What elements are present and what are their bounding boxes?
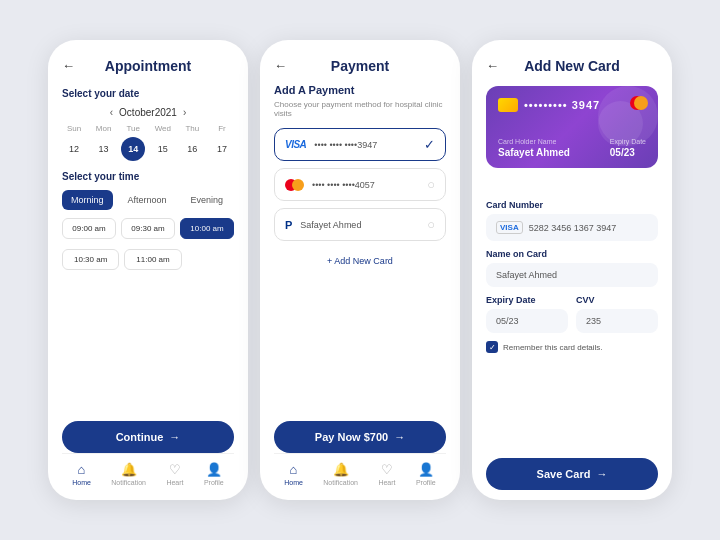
heart-icon-1: ♡ xyxy=(169,462,181,477)
slot-1030[interactable]: 10:30 am xyxy=(62,249,119,270)
date-17[interactable]: 17 xyxy=(210,137,234,161)
nav-home-label-1: Home xyxy=(72,479,91,486)
remember-checkbox[interactable]: ✓ xyxy=(486,341,498,353)
expiry-date-label: Expiry Date xyxy=(486,295,568,305)
cvv-label: CVV xyxy=(576,295,658,305)
next-month-button[interactable]: › xyxy=(183,107,186,118)
visa-small-icon: VISA xyxy=(496,221,523,234)
expiry-date-input: 05/23 xyxy=(496,316,519,326)
notification-icon-2: 🔔 xyxy=(333,462,349,477)
evening-tab[interactable]: Evening xyxy=(182,190,233,210)
nav-notification-label-2: Notification xyxy=(323,479,358,486)
nav-notification-1[interactable]: 🔔 Notification xyxy=(111,462,146,486)
morning-tab[interactable]: Morning xyxy=(62,190,113,210)
back-button-2[interactable]: ← xyxy=(274,58,287,73)
back-button-1[interactable]: ← xyxy=(62,58,75,73)
date-14-selected[interactable]: 14 xyxy=(121,137,145,161)
paypal-icon: P xyxy=(285,219,292,231)
save-arrow-icon: → xyxy=(596,468,607,480)
expiry-date-field[interactable]: 05/23 xyxy=(486,309,568,333)
date-15[interactable]: 15 xyxy=(151,137,175,161)
mc-card-number: •••• •••• ••••4057 xyxy=(312,180,419,190)
add-new-card-button[interactable]: + Add New Card xyxy=(274,252,446,270)
card-mastercard-icon xyxy=(630,96,648,110)
day-thu: Thu xyxy=(180,124,204,133)
card-number-label: Card Number xyxy=(486,200,658,210)
save-card-button[interactable]: Save Card → xyxy=(486,458,658,490)
card-number-field[interactable]: VISA 5282 3456 1367 3947 xyxy=(486,214,658,241)
name-on-card-label: Name on Card xyxy=(486,249,658,259)
cvv-field[interactable]: 235 xyxy=(576,309,658,333)
pay-now-button[interactable]: Pay Now $700 → xyxy=(274,421,446,453)
day-fri: Fr xyxy=(210,124,234,133)
mc-check-icon: ○ xyxy=(427,177,435,192)
nav-profile-label-1: Profile xyxy=(204,479,224,486)
select-time-label: Select your time xyxy=(62,171,234,182)
bottom-nav-1: ⌂ Home 🔔 Notification ♡ Heart 👤 Profile xyxy=(62,453,234,490)
nav-notification-label-1: Notification xyxy=(111,479,146,486)
nav-home-1[interactable]: ⌂ Home xyxy=(72,462,91,486)
add-card-screen: ← Add New Card ••••••••• 3947 Card Holde… xyxy=(472,40,672,500)
profile-icon-2: 👤 xyxy=(418,462,434,477)
remember-label: Remember this card details. xyxy=(503,343,603,352)
slot-0930[interactable]: 09:30 am xyxy=(121,218,175,239)
paypal-name: Safayet Ahmed xyxy=(300,220,419,230)
nav-profile-1[interactable]: 👤 Profile xyxy=(204,462,224,486)
continue-button[interactable]: Continue → xyxy=(62,421,234,453)
nav-home-2[interactable]: ⌂ Home xyxy=(284,462,303,486)
payment-visa-option[interactable]: VISA •••• •••• ••••3947 ✓ xyxy=(274,128,446,161)
notification-icon-1: 🔔 xyxy=(121,462,137,477)
nav-heart-2[interactable]: ♡ Heart xyxy=(378,462,395,486)
nav-home-label-2: Home xyxy=(284,479,303,486)
payment-paypal-option[interactable]: P Safayet Ahmed ○ xyxy=(274,208,446,241)
day-wed: Wed xyxy=(151,124,175,133)
home-icon-2: ⌂ xyxy=(290,462,298,477)
slot-1100[interactable]: 11:00 am xyxy=(124,249,181,270)
name-on-card-input: Safayet Ahmed xyxy=(496,270,557,280)
card-expiry-value-visual: 05/23 xyxy=(610,147,646,158)
appointment-title: Appointment xyxy=(62,58,234,74)
card-dot-1 xyxy=(560,184,566,190)
payment-screen: ← Payment Add A Payment Choose your paym… xyxy=(260,40,460,500)
pay-arrow-icon: → xyxy=(394,431,405,443)
mastercard-icon xyxy=(285,179,304,191)
slot-0900[interactable]: 09:00 am xyxy=(62,218,116,239)
prev-month-button[interactable]: ‹ xyxy=(110,107,113,118)
card-number-visual: ••••••••• 3947 xyxy=(524,99,600,111)
appointment-screen: ← Appointment Select your date ‹ October… xyxy=(48,40,248,500)
card-dot-3 xyxy=(578,184,584,190)
paypal-check-icon: ○ xyxy=(427,217,435,232)
day-tue: Tue xyxy=(121,124,145,133)
select-date-label: Select your date xyxy=(62,88,234,99)
day-mon: Mon xyxy=(92,124,116,133)
bottom-nav-2: ⌂ Home 🔔 Notification ♡ Heart 👤 Profile xyxy=(274,453,446,490)
visa-card-number: •••• •••• ••••3947 xyxy=(314,140,416,150)
nav-notification-2[interactable]: 🔔 Notification xyxy=(323,462,358,486)
slot-1000-selected[interactable]: 10:00 am xyxy=(180,218,234,239)
home-icon-1: ⌂ xyxy=(78,462,86,477)
arrow-right-icon: → xyxy=(169,431,180,443)
nav-heart-label-1: Heart xyxy=(166,479,183,486)
card-dot-2 xyxy=(569,184,575,190)
date-12[interactable]: 12 xyxy=(62,137,86,161)
add-card-title: Add New Card xyxy=(486,58,658,74)
card-holder-value: Safayet Ahmed xyxy=(498,147,570,158)
card-holder-label: Card Holder Name xyxy=(498,138,570,145)
visa-check-icon: ✓ xyxy=(424,137,435,152)
name-on-card-field[interactable]: Safayet Ahmed xyxy=(486,263,658,287)
add-payment-title: Add A Payment xyxy=(274,84,446,96)
date-16[interactable]: 16 xyxy=(180,137,204,161)
card-expiry-label-visual: Expiry Date xyxy=(610,138,646,145)
back-button-3[interactable]: ← xyxy=(486,58,499,73)
nav-profile-2[interactable]: 👤 Profile xyxy=(416,462,436,486)
payment-mc-option[interactable]: •••• •••• ••••4057 ○ xyxy=(274,168,446,201)
visa-card-icon: VISA xyxy=(285,139,306,150)
date-13[interactable]: 13 xyxy=(92,137,116,161)
payment-title: Payment xyxy=(274,58,446,74)
month-year-label: October2021 xyxy=(119,107,177,118)
credit-card-visual: ••••••••• 3947 Card Holder Name Safayet … xyxy=(486,86,658,168)
afternoon-tab[interactable]: Afternoon xyxy=(119,190,176,210)
nav-heart-1[interactable]: ♡ Heart xyxy=(166,462,183,486)
heart-icon-2: ♡ xyxy=(381,462,393,477)
profile-icon-1: 👤 xyxy=(206,462,222,477)
